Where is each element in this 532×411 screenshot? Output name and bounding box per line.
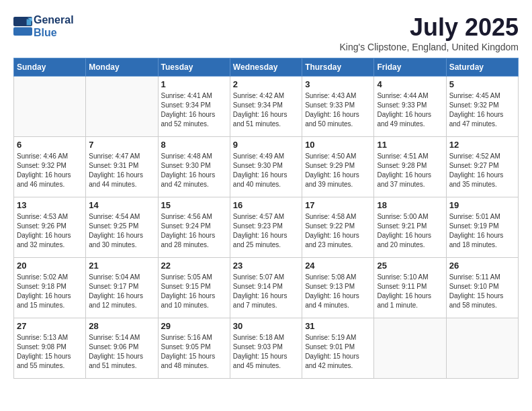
day-info: Sunrise: 4:49 AM Sunset: 9:30 PM Dayligh… bbox=[233, 152, 299, 189]
calendar-week-row: 20Sunrise: 5:02 AM Sunset: 9:18 PM Dayli… bbox=[14, 258, 519, 318]
day-number: 7 bbox=[89, 140, 154, 150]
day-number: 4 bbox=[377, 79, 443, 89]
day-number: 22 bbox=[161, 261, 227, 271]
day-info: Sunrise: 4:47 AM Sunset: 9:31 PM Dayligh… bbox=[89, 152, 154, 189]
day-info: Sunrise: 4:46 AM Sunset: 9:32 PM Dayligh… bbox=[17, 152, 83, 189]
day-info: Sunrise: 5:08 AM Sunset: 9:13 PM Dayligh… bbox=[305, 273, 371, 310]
day-info: Sunrise: 5:01 AM Sunset: 9:19 PM Dayligh… bbox=[449, 212, 515, 250]
day-number: 9 bbox=[233, 140, 299, 150]
day-number: 14 bbox=[89, 200, 154, 210]
calendar-cell: 15Sunrise: 4:56 AM Sunset: 9:24 PM Dayli… bbox=[158, 197, 230, 258]
day-number: 27 bbox=[17, 321, 83, 331]
day-info: Sunrise: 5:11 AM Sunset: 9:10 PM Dayligh… bbox=[449, 273, 515, 310]
day-info: Sunrise: 5:10 AM Sunset: 9:11 PM Dayligh… bbox=[377, 273, 443, 310]
calendar-cell: 23Sunrise: 5:07 AM Sunset: 9:14 PM Dayli… bbox=[230, 258, 302, 318]
calendar-cell: 2Sunrise: 4:42 AM Sunset: 9:34 PM Daylig… bbox=[230, 77, 302, 137]
calendar-header-row: SundayMondayTuesdayWednesdayThursdayFrid… bbox=[14, 58, 519, 77]
day-info: Sunrise: 4:52 AM Sunset: 9:27 PM Dayligh… bbox=[449, 152, 515, 189]
day-number: 29 bbox=[161, 321, 227, 331]
month-title: July 2025 bbox=[340, 13, 519, 42]
calendar-cell: 26Sunrise: 5:11 AM Sunset: 9:10 PM Dayli… bbox=[446, 258, 518, 318]
calendar-cell: 24Sunrise: 5:08 AM Sunset: 9:13 PM Dayli… bbox=[302, 258, 374, 318]
col-header-thursday: Thursday bbox=[302, 58, 374, 77]
day-info: Sunrise: 5:07 AM Sunset: 9:14 PM Dayligh… bbox=[233, 273, 299, 310]
calendar-week-row: 1Sunrise: 4:41 AM Sunset: 9:34 PM Daylig… bbox=[14, 77, 519, 137]
calendar-cell: 22Sunrise: 5:05 AM Sunset: 9:15 PM Dayli… bbox=[158, 258, 230, 318]
calendar-cell: 1Sunrise: 4:41 AM Sunset: 9:34 PM Daylig… bbox=[158, 77, 230, 137]
col-header-wednesday: Wednesday bbox=[230, 58, 302, 77]
day-number: 21 bbox=[89, 261, 154, 271]
day-info: Sunrise: 4:45 AM Sunset: 9:32 PM Dayligh… bbox=[449, 91, 515, 129]
calendar-cell: 17Sunrise: 4:58 AM Sunset: 9:22 PM Dayli… bbox=[302, 197, 374, 258]
day-info: Sunrise: 4:48 AM Sunset: 9:30 PM Dayligh… bbox=[161, 152, 227, 189]
col-header-saturday: Saturday bbox=[446, 58, 518, 77]
calendar-cell: 25Sunrise: 5:10 AM Sunset: 9:11 PM Dayli… bbox=[374, 258, 446, 318]
calendar-cell bbox=[14, 77, 86, 137]
day-info: Sunrise: 5:04 AM Sunset: 9:17 PM Dayligh… bbox=[89, 273, 154, 310]
day-number: 28 bbox=[89, 321, 154, 331]
day-info: Sunrise: 4:56 AM Sunset: 9:24 PM Dayligh… bbox=[161, 212, 227, 250]
calendar-cell: 14Sunrise: 4:54 AM Sunset: 9:25 PM Dayli… bbox=[86, 197, 158, 258]
day-info: Sunrise: 5:13 AM Sunset: 9:08 PM Dayligh… bbox=[17, 333, 83, 371]
calendar-cell: 27Sunrise: 5:13 AM Sunset: 9:08 PM Dayli… bbox=[14, 318, 86, 379]
location: King's Clipstone, England, United Kingdo… bbox=[340, 42, 519, 52]
day-info: Sunrise: 5:16 AM Sunset: 9:05 PM Dayligh… bbox=[161, 333, 227, 371]
calendar-cell: 6Sunrise: 4:46 AM Sunset: 9:32 PM Daylig… bbox=[14, 137, 86, 197]
day-number: 12 bbox=[449, 140, 515, 150]
day-number: 17 bbox=[305, 200, 371, 210]
calendar-week-row: 13Sunrise: 4:53 AM Sunset: 9:26 PM Dayli… bbox=[14, 197, 519, 258]
day-number: 11 bbox=[377, 140, 443, 150]
calendar-cell: 31Sunrise: 5:19 AM Sunset: 9:01 PM Dayli… bbox=[302, 318, 374, 379]
day-number: 25 bbox=[377, 261, 443, 271]
page-header: General Blue July 2025 King's Clipstone,… bbox=[13, 13, 519, 52]
calendar-cell bbox=[374, 318, 446, 379]
calendar-cell: 7Sunrise: 4:47 AM Sunset: 9:31 PM Daylig… bbox=[86, 137, 158, 197]
day-info: Sunrise: 5:14 AM Sunset: 9:06 PM Dayligh… bbox=[89, 333, 154, 371]
day-info: Sunrise: 4:42 AM Sunset: 9:34 PM Dayligh… bbox=[233, 91, 299, 129]
day-number: 26 bbox=[449, 261, 515, 271]
day-info: Sunrise: 4:57 AM Sunset: 9:23 PM Dayligh… bbox=[233, 212, 299, 250]
calendar-cell: 10Sunrise: 4:50 AM Sunset: 9:29 PM Dayli… bbox=[302, 137, 374, 197]
day-number: 5 bbox=[449, 79, 515, 89]
calendar-cell: 29Sunrise: 5:16 AM Sunset: 9:05 PM Dayli… bbox=[158, 318, 230, 379]
day-number: 13 bbox=[17, 200, 83, 210]
calendar-week-row: 6Sunrise: 4:46 AM Sunset: 9:32 PM Daylig… bbox=[14, 137, 519, 197]
calendar-cell: 28Sunrise: 5:14 AM Sunset: 9:06 PM Dayli… bbox=[86, 318, 158, 379]
day-info: Sunrise: 4:53 AM Sunset: 9:26 PM Dayligh… bbox=[17, 212, 83, 250]
day-info: Sunrise: 4:41 AM Sunset: 9:34 PM Dayligh… bbox=[161, 91, 227, 129]
day-info: Sunrise: 5:18 AM Sunset: 9:03 PM Dayligh… bbox=[233, 333, 299, 371]
day-number: 3 bbox=[305, 79, 371, 89]
day-info: Sunrise: 5:19 AM Sunset: 9:01 PM Dayligh… bbox=[305, 333, 371, 371]
calendar-cell: 5Sunrise: 4:45 AM Sunset: 9:32 PM Daylig… bbox=[446, 77, 518, 137]
day-number: 6 bbox=[17, 140, 83, 150]
col-header-friday: Friday bbox=[374, 58, 446, 77]
day-info: Sunrise: 5:05 AM Sunset: 9:15 PM Dayligh… bbox=[161, 273, 227, 310]
calendar-cell: 11Sunrise: 4:51 AM Sunset: 9:28 PM Dayli… bbox=[374, 137, 446, 197]
logo-text: General Blue bbox=[34, 13, 74, 39]
day-number: 24 bbox=[305, 261, 371, 271]
day-info: Sunrise: 5:00 AM Sunset: 9:21 PM Dayligh… bbox=[377, 212, 443, 250]
day-number: 16 bbox=[233, 200, 299, 210]
calendar-cell: 9Sunrise: 4:49 AM Sunset: 9:30 PM Daylig… bbox=[230, 137, 302, 197]
calendar-table: SundayMondayTuesdayWednesdayThursdayFrid… bbox=[13, 58, 519, 379]
calendar-cell: 12Sunrise: 4:52 AM Sunset: 9:27 PM Dayli… bbox=[446, 137, 518, 197]
day-number: 15 bbox=[161, 200, 227, 210]
day-number: 18 bbox=[377, 200, 443, 210]
title-block: July 2025 King's Clipstone, England, Uni… bbox=[340, 13, 519, 52]
col-header-sunday: Sunday bbox=[14, 58, 86, 77]
day-info: Sunrise: 4:51 AM Sunset: 9:28 PM Dayligh… bbox=[377, 152, 443, 189]
calendar-cell: 3Sunrise: 4:43 AM Sunset: 9:33 PM Daylig… bbox=[302, 77, 374, 137]
col-header-tuesday: Tuesday bbox=[158, 58, 230, 77]
day-number: 30 bbox=[233, 321, 299, 331]
day-number: 2 bbox=[233, 79, 299, 89]
calendar-cell: 4Sunrise: 4:44 AM Sunset: 9:33 PM Daylig… bbox=[374, 77, 446, 137]
day-number: 20 bbox=[17, 261, 83, 271]
calendar-cell: 16Sunrise: 4:57 AM Sunset: 9:23 PM Dayli… bbox=[230, 197, 302, 258]
calendar-cell: 20Sunrise: 5:02 AM Sunset: 9:18 PM Dayli… bbox=[14, 258, 86, 318]
day-info: Sunrise: 4:58 AM Sunset: 9:22 PM Dayligh… bbox=[305, 212, 371, 250]
calendar-cell bbox=[446, 318, 518, 379]
day-number: 8 bbox=[161, 140, 227, 150]
col-header-monday: Monday bbox=[86, 58, 158, 77]
svg-rect-1 bbox=[13, 28, 32, 36]
calendar-cell: 18Sunrise: 5:00 AM Sunset: 9:21 PM Dayli… bbox=[374, 197, 446, 258]
